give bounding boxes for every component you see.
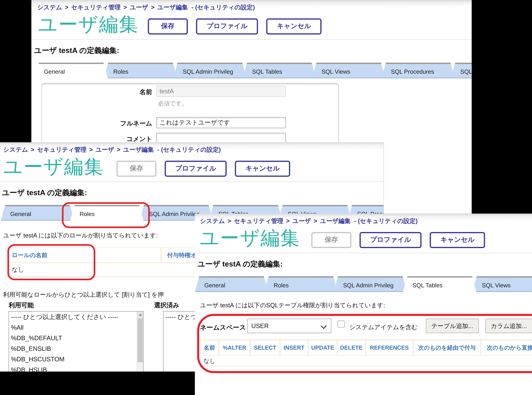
- tab-bar: GeneralRolesSQL Admin PrivilegSQL Tables…: [34, 63, 472, 78]
- breadcrumb-separator: >: [314, 218, 317, 225]
- tab-sql-views[interactable]: SQL Views: [312, 63, 385, 78]
- tab-sql-admin-privileg[interactable]: SQL Admin Privileg: [173, 63, 247, 78]
- tab-sql-admin-privileg[interactable]: SQL Admin Privileg: [334, 276, 407, 292]
- screenshot-panel-bottom: システム>セキュリティ管理>ユーザ>ユーザ編集- (セキュリティの設定) ユーザ…: [195, 214, 532, 395]
- include-system-label: システムアイテムを含む: [349, 323, 418, 332]
- sql-table-header-delete[interactable]: DELETE: [338, 340, 365, 355]
- tab-bar: GeneralRolesSQL Admin PrivilegSQL Tables…: [195, 276, 532, 292]
- breadcrumb-link-system[interactable]: システム: [3, 146, 28, 154]
- available-role-option-%all[interactable]: %All: [9, 322, 137, 333]
- save-button[interactable]: 保存: [148, 18, 188, 34]
- add-table-button[interactable]: テーブル追加...: [426, 319, 479, 333]
- available-label: 利用可能: [9, 301, 34, 310]
- name-label: 名前: [42, 88, 152, 96]
- breadcrumb: システム>セキュリティ管理>ユーザ>ユーザ編集- (セキュリティの設定): [200, 217, 418, 225]
- breadcrumb-separator: >: [65, 4, 68, 11]
- available-role-option-%db_%default[interactable]: %DB_%DEFAULT: [9, 333, 137, 343]
- fullname-input[interactable]: [157, 117, 286, 128]
- breadcrumb: システム>セキュリティ管理>ユーザ>ユーザ編集- (セキュリティの設定): [3, 146, 221, 154]
- scroll-up-icon[interactable]: [137, 312, 143, 318]
- breadcrumb-current: ユーザ編集: [320, 217, 351, 225]
- sql-table-header-references[interactable]: REFERENCES: [366, 340, 413, 355]
- breadcrumb-suffix: - (セキュリティの設定): [157, 146, 221, 154]
- name-input[interactable]: [157, 86, 286, 97]
- edit-definition-heading: ユーザ testA の定義編集:: [34, 45, 119, 56]
- selected-label: 選択済み: [154, 301, 179, 310]
- cancel-button[interactable]: キャンセル: [266, 18, 322, 34]
- profile-button[interactable]: プロファイル: [359, 232, 422, 248]
- breadcrumb-separator: >: [123, 4, 127, 11]
- add-column-button[interactable]: カラム追加...: [485, 319, 532, 333]
- profile-button[interactable]: プロファイル: [196, 18, 258, 34]
- sql-table-empty-row: なし: [201, 356, 532, 366]
- tab-sql-tables[interactable]: SQL Tables: [243, 63, 316, 78]
- breadcrumb-link-system[interactable]: システム: [200, 217, 225, 225]
- available-role-option-%db_hslib[interactable]: %DB_HSLIB: [9, 364, 137, 372]
- tab-roles[interactable]: Roles: [264, 276, 338, 292]
- namespace-label: ネームスペース: [200, 323, 246, 332]
- breadcrumb-link-system[interactable]: システム: [37, 4, 62, 12]
- edit-definition-heading: ユーザ testA の定義編集:: [198, 259, 283, 269]
- breadcrumb-link-users[interactable]: ユーザ: [130, 4, 148, 12]
- sql-assigned-text: ユーザ testA には以下のSQLテーブル権限が割り当てられています:: [200, 301, 385, 310]
- scrollbar[interactable]: [137, 312, 143, 372]
- tab-sql-tables[interactable]: SQL Tables: [403, 276, 476, 292]
- breadcrumb-separator: >: [31, 146, 34, 153]
- toolbar: 保存 プロファイル キャンセル: [148, 18, 322, 34]
- namespace-selected-value: USER: [248, 319, 331, 333]
- breadcrumb-separator: >: [151, 4, 155, 11]
- header-divider: [31, 39, 472, 40]
- available-role-option-%db_hscustom[interactable]: %DB_HSCUSTOM: [9, 354, 137, 364]
- tab-general[interactable]: General: [1, 205, 74, 220]
- tab-sql-views[interactable]: SQL Views: [472, 276, 532, 292]
- cancel-button[interactable]: キャンセル: [235, 161, 290, 177]
- tab-roles[interactable]: Roles: [70, 205, 144, 220]
- breadcrumb-link-users[interactable]: ユーザ: [95, 146, 114, 154]
- breadcrumb-suffix: - (セキュリティの設定): [354, 217, 418, 225]
- breadcrumb-link-users[interactable]: ユーザ: [292, 217, 311, 225]
- sql-table-header-insert[interactable]: INSERT: [281, 340, 307, 355]
- breadcrumb-separator: >: [117, 146, 120, 153]
- required-hint: 必須です。: [158, 100, 188, 107]
- sql-table-header-select[interactable]: SELECT: [251, 340, 279, 355]
- breadcrumb-link-security[interactable]: セキュリティ管理: [234, 217, 283, 225]
- breadcrumb-link-security[interactable]: セキュリティ管理: [71, 4, 121, 12]
- save-button: 保存: [311, 232, 351, 248]
- tab-general[interactable]: General: [195, 276, 268, 292]
- cancel-button[interactable]: キャンセル: [430, 232, 485, 248]
- breadcrumb: システム>セキュリティ管理>ユーザ>ユーザ編集- (セキュリティの設定): [37, 4, 255, 12]
- sql-table-header-%alter[interactable]: %ALTER: [220, 340, 249, 355]
- breadcrumb-separator: >: [228, 218, 231, 225]
- breadcrumb-current: ユーザ編集: [157, 4, 188, 12]
- toolbar: 保存 プロファイル キャンセル: [116, 161, 290, 177]
- sql-table-header-row: 名前%ALTERSELECTINSERTUPDATEDELETEREFERENC…: [201, 340, 532, 355]
- scroll-thumb[interactable]: [138, 318, 143, 362]
- available-roles-listbox[interactable]: ----- ひとつ以上選択してください -----%All%DB_%DEFAUL…: [9, 311, 144, 372]
- include-system-checkbox[interactable]: [338, 321, 345, 328]
- sql-table-header-update[interactable]: UPDATE: [309, 340, 336, 355]
- profile-button[interactable]: プロファイル: [165, 161, 227, 177]
- fullname-label: フルネーム: [42, 120, 152, 128]
- tab-general[interactable]: General: [34, 63, 108, 78]
- breadcrumb-suffix: - (セキュリティの設定): [191, 4, 255, 12]
- breadcrumb-link-security[interactable]: セキュリティ管理: [37, 146, 86, 154]
- breadcrumb-separator: >: [89, 146, 93, 153]
- sql-table-header--[interactable]: 名前: [201, 340, 218, 355]
- sql-table-header--[interactable]: 次のものを経由で付与: [414, 340, 480, 355]
- sql-table-header--[interactable]: 次のものから直接付与: [482, 340, 532, 355]
- sql-privileges-table: 名前%ALTERSELECTINSERTUPDATEDELETEREFERENC…: [200, 339, 532, 366]
- available-role-option-%db_enslib[interactable]: %DB_ENSLIB: [9, 343, 137, 354]
- tab-roles[interactable]: Roles: [104, 63, 177, 78]
- page-title: ユーザ編集: [3, 156, 104, 177]
- header-divider: [0, 181, 383, 182]
- tab-sql-procedures[interactable]: SQL Procedures: [381, 63, 455, 78]
- header-divider: [195, 253, 532, 253]
- roles-table-header-name[interactable]: ロールの名前: [7, 248, 160, 262]
- tab-sql-ml-c[interactable]: SQL ML C: [451, 63, 472, 78]
- available-role-option--[interactable]: ----- ひとつ以上選択してください -----: [9, 312, 137, 322]
- toolbar: 保存 プロファイル キャンセル: [311, 232, 485, 248]
- breadcrumb-current: ユーザ編集: [123, 146, 154, 154]
- namespace-select[interactable]: USER: [247, 319, 331, 333]
- breadcrumb-separator: >: [286, 218, 290, 225]
- roles-select-hint: 利用可能なロールからひとつ以上選択して [割り当て] を押: [3, 291, 164, 299]
